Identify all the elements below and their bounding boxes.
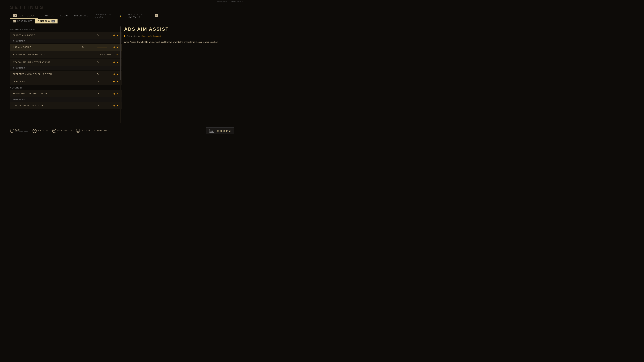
setting-name-target-aim-assist: TARGET AIM ASSIST bbox=[13, 34, 97, 36]
setting-name-ads-aim-assist: ADS AIM ASSIST bbox=[13, 46, 82, 48]
setting-blind-fire[interactable]: BLIND FIRE Off ◀ ▶ bbox=[10, 78, 122, 85]
reset-default-label: RESET SETTING TO DEFAULT bbox=[81, 130, 109, 132]
tab-interface[interactable]: INTERFACE bbox=[71, 13, 92, 18]
arrow-right-mantle-stance-queueing[interactable]: ▶ bbox=[116, 104, 119, 107]
detail-note: Only in effect for: [Campaign] / [Zombie… bbox=[124, 35, 241, 37]
arrow-right-weapon-mount-movement-exit[interactable]: ▶ bbox=[116, 61, 119, 64]
setting-controls-target-aim-assist: ◀ ▶ bbox=[112, 34, 119, 37]
show-more-label-3: SHOW MORE bbox=[13, 99, 25, 100]
section-weapons-header: WEAPONS & EQUIPMENT bbox=[10, 26, 122, 32]
setting-name-weapon-mount-activation: WEAPON MOUNT ACTIVATION bbox=[13, 54, 100, 56]
dropdown-weapon-mount-activation[interactable]: ▼ bbox=[115, 53, 119, 56]
setting-name-blind-fire: BLIND FIRE bbox=[13, 80, 97, 82]
detail-note-label: Only in effect for: bbox=[126, 35, 140, 37]
arrow-left-weapon-mount-movement-exit[interactable]: ◀ bbox=[112, 61, 115, 64]
show-more-weapon-mount[interactable]: SHOW MORE bbox=[10, 66, 122, 70]
arrow-right-blind-fire[interactable]: ▶ bbox=[116, 80, 119, 83]
tab-keyboard: KEYBOARD & MOUSE 🔒 bbox=[92, 12, 124, 20]
setting-value-blind-fire: Off bbox=[97, 80, 110, 82]
page-title: SETTINGS bbox=[10, 5, 44, 10]
setting-controls-depleted-ammo: ◀ ▶ bbox=[112, 72, 119, 76]
setting-value-weapon-mount-activation: ADS + Melee bbox=[100, 54, 113, 56]
reset-default-action[interactable]: △ RESET SETTING TO DEFAULT bbox=[76, 129, 109, 133]
arrow-right-target-aim-assist[interactable]: ▶ bbox=[116, 34, 119, 37]
sub-tab-gameplay[interactable]: Gameplay R2 bbox=[35, 19, 58, 23]
l2-badge: L2 bbox=[13, 20, 16, 22]
setting-weapon-mount-activation[interactable]: WEAPON MOUNT ACTIVATION ADS + Melee ▼ bbox=[10, 51, 122, 58]
setting-value-weapon-mount-movement-exit: On bbox=[97, 61, 110, 63]
accessibility-label: ACCESSIBILITY bbox=[57, 130, 72, 132]
arrow-left-blind-fire[interactable]: ◀ bbox=[112, 80, 115, 83]
arrow-left-ads-aim-assist[interactable]: ◀ bbox=[112, 45, 115, 49]
press-to-chat[interactable]: Press to chat bbox=[206, 127, 234, 134]
reset-tab-label: RESET TAB bbox=[38, 130, 48, 132]
show-more-label-1: SHOW MORE bbox=[13, 40, 25, 42]
setting-value-target-aim-assist: On bbox=[97, 34, 110, 36]
setting-name-mantle-stance-queueing: MANTLE STANCE QUEUEING bbox=[13, 105, 97, 107]
back-action[interactable]: ○ BACK NAV TYPE: OPEN bbox=[10, 129, 28, 133]
settings-content: WEAPONS & EQUIPMENT TARGET AIM ASSIST On… bbox=[10, 26, 122, 123]
tab-account[interactable]: ACCOUNT & NETWORK R1 bbox=[124, 12, 161, 20]
detail-note-value: [Campaign] / [Zombies] bbox=[142, 35, 161, 37]
show-more-airborne-mantle[interactable]: SHOW MORE bbox=[10, 97, 122, 102]
show-more-label-2: SHOW MORE bbox=[13, 67, 25, 69]
keyboard-icon bbox=[209, 129, 214, 133]
setting-weapon-mount-movement-exit[interactable]: WEAPON MOUNT MOVEMENT EXIT On ◀ ▶ bbox=[10, 59, 122, 66]
arrow-left-depleted-ammo[interactable]: ◀ bbox=[112, 72, 115, 76]
nav-type-label: NAV TYPE: OPEN bbox=[15, 131, 28, 133]
arrow-left-mantle-stance-queueing[interactable]: ◀ bbox=[112, 104, 115, 107]
setting-ads-aim-assist[interactable]: ADS AIM ASSIST On ◀ ▶ bbox=[10, 43, 122, 51]
reset-default-icon: △ bbox=[76, 129, 80, 133]
r1-badge: R1 bbox=[155, 14, 158, 17]
arrow-left-target-aim-assist[interactable]: ◀ bbox=[112, 34, 115, 37]
setting-controls-blind-fire: ◀ ▶ bbox=[112, 80, 119, 83]
version-info: 1.4.10520355 [30:141:966+11] Tmc [0.2] bbox=[216, 1, 243, 2]
scroll-thumb[interactable] bbox=[120, 26, 121, 80]
detail-panel: ADS AIM ASSIST Only in effect for: [Camp… bbox=[124, 26, 241, 123]
setting-name-depleted-ammo: DEPLETED AMMO WEAPON SWITCH bbox=[13, 73, 97, 75]
setting-controls-mantle-stance-queueing: ◀ ▶ bbox=[112, 104, 119, 107]
setting-value-ads-aim-assist: On bbox=[82, 46, 96, 48]
r2-badge: R2 bbox=[52, 20, 55, 22]
setting-value-automatic-airborne-mantle: Off bbox=[97, 93, 110, 95]
accessibility-action[interactable]: L3 ACCESSIBILITY bbox=[52, 129, 72, 133]
setting-controls-automatic-airborne-mantle: ◀ ▶ bbox=[112, 92, 119, 95]
setting-name-automatic-airborne-mantle: AUTOMATIC AIRBORNE MANTLE bbox=[13, 93, 97, 95]
setting-depleted-ammo[interactable]: DEPLETED AMMO WEAPON SWITCH On ◀ ▶ bbox=[10, 70, 122, 78]
back-icon: ○ bbox=[10, 129, 14, 133]
reset-tab-action[interactable]: R3 RESET TAB bbox=[32, 129, 48, 133]
setting-value-depleted-ammo: On bbox=[97, 73, 110, 75]
setting-name-weapon-mount-movement-exit: WEAPON MOUNT MOVEMENT EXIT bbox=[13, 61, 97, 63]
setting-controls-weapon-mount-movement-exit: ◀ ▶ bbox=[112, 61, 119, 64]
arrow-right-depleted-ammo[interactable]: ▶ bbox=[116, 72, 119, 76]
main-tab-bar: L1 CONTROLLER GRAPHICS AUDIO INTERFACE K… bbox=[10, 12, 161, 20]
setting-value-mantle-stance-queueing: On bbox=[97, 105, 110, 107]
reset-tab-icon: R3 bbox=[32, 129, 36, 133]
setting-target-aim-assist[interactable]: TARGET AIM ASSIST On ◀ ▶ bbox=[10, 32, 122, 39]
ads-progress-fill bbox=[98, 47, 107, 47]
section-movement-header: MOVEMENT bbox=[10, 85, 122, 90]
tab-graphics[interactable]: GRAPHICS bbox=[38, 13, 57, 18]
show-more-target-aim-assist[interactable]: SHOW MORE bbox=[10, 39, 122, 43]
back-label: BACK bbox=[15, 129, 28, 131]
ads-progress-bar bbox=[98, 47, 111, 47]
sub-tab-controller[interactable]: L2 Controller bbox=[10, 19, 35, 23]
tab-controller[interactable]: L1 CONTROLLER bbox=[10, 13, 38, 19]
arrow-right-automatic-airborne-mantle[interactable]: ▶ bbox=[116, 92, 119, 95]
setting-controls-ads-aim-assist: ◀ ▶ bbox=[112, 45, 119, 49]
setting-automatic-airborne-mantle[interactable]: AUTOMATIC AIRBORNE MANTLE Off ◀ ▶ bbox=[10, 90, 122, 97]
press-to-chat-label: Press to chat bbox=[216, 130, 230, 132]
detail-title: ADS AIM ASSIST bbox=[124, 26, 241, 32]
sub-tab-bar: L2 Controller Gameplay R2 bbox=[10, 19, 58, 23]
arrow-right-ads-aim-assist[interactable]: ▶ bbox=[116, 45, 119, 49]
l1-badge: L1 bbox=[13, 14, 17, 17]
setting-mantle-stance-queueing[interactable]: MANTLE STANCE QUEUEING On ◀ ▶ bbox=[10, 102, 122, 109]
scroll-track bbox=[120, 26, 121, 123]
arrow-left-automatic-airborne-mantle[interactable]: ◀ bbox=[112, 92, 115, 95]
detail-description: When Aiming Down Sights, your aim will q… bbox=[124, 40, 241, 44]
accessibility-icon: L3 bbox=[52, 129, 56, 133]
tab-audio[interactable]: AUDIO bbox=[57, 13, 71, 18]
bottom-bar: ○ BACK NAV TYPE: OPEN R3 RESET TAB L3 AC… bbox=[0, 125, 244, 137]
setting-controls-weapon-mount-activation: ▼ bbox=[115, 53, 119, 56]
